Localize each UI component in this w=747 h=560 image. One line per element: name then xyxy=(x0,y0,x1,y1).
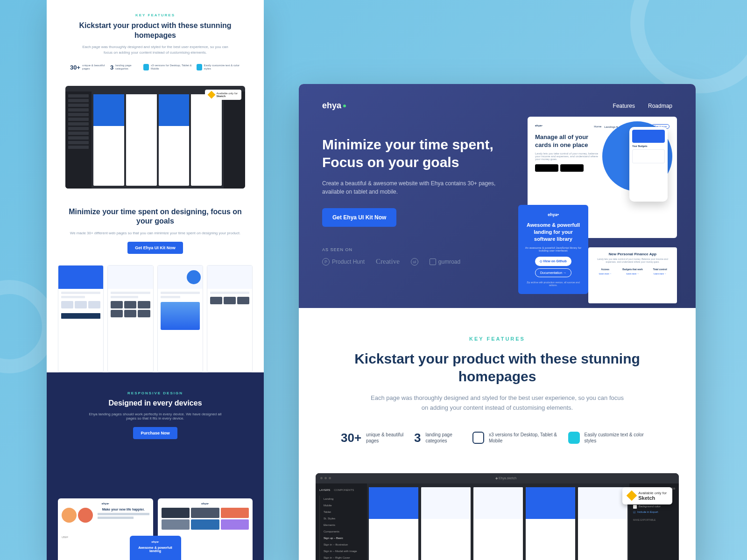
appstore-badge[interactable] xyxy=(535,164,558,172)
section-desc: Each page was thoroughly designed and st… xyxy=(366,393,628,413)
stat-number: 3 xyxy=(110,64,113,71)
responsive-section: RESPONSIVE DESIGN Designed in every devi… xyxy=(47,372,264,560)
hero-cta-button[interactable]: Get Ehya UI Kit Now xyxy=(322,208,396,227)
github-button[interactable]: ◇ View on Github xyxy=(535,257,571,266)
card-desc: Landy lets you take control of your mone… xyxy=(593,258,672,263)
logo-dot-icon xyxy=(343,105,346,107)
section-desc: Ehya landing pages should work perfectly… xyxy=(85,412,226,420)
hero-desc: Create a beautiful & awesome website wit… xyxy=(322,179,500,196)
docs-button[interactable]: Documentation → xyxy=(535,268,571,277)
eyebrow-label: KEY FEATURES xyxy=(65,13,245,17)
stat-label: landing page categories xyxy=(115,64,140,70)
eyebrow-label: RESPONSIVE DESIGN xyxy=(65,391,245,395)
section-title: Designed in every devices xyxy=(65,399,245,407)
producthunt-logo: PProduct Hunt xyxy=(322,258,365,266)
page-thumbnail[interactable] xyxy=(58,265,104,372)
logo-text: ehya xyxy=(322,101,341,111)
stat-label: x3 versions for Desktop, Tablet & Mobile xyxy=(489,432,568,444)
layer-item[interactable]: Sign in – Modal with image xyxy=(319,548,363,554)
mobile-popup: ehya• Awesome & powerfull landing xyxy=(130,536,181,560)
phone-mockup: Your Budgets xyxy=(629,127,668,202)
features-section: KEY FEATURES Kickstart your product with… xyxy=(47,0,264,79)
customize-icon xyxy=(197,64,202,70)
sketch-inspector xyxy=(224,91,245,189)
right-preview-panel: ehya Features Roadmap Minimize your time… xyxy=(299,84,696,560)
card-logo: ehya• xyxy=(524,212,583,217)
cta-desc: We made 30+ different web pages so that … xyxy=(65,231,245,235)
badge-text: Available only for xyxy=(638,491,667,495)
layer-item[interactable]: Elements xyxy=(319,522,363,528)
stat-label: unique & beautiful pages xyxy=(82,64,106,70)
layer-item[interactable]: Sign in – Illustration xyxy=(319,541,363,548)
ui8-logo: ui xyxy=(411,258,418,266)
section-title: Kickstart your product with these stunni… xyxy=(331,350,663,385)
popup-text: Awesome & powerfull landing xyxy=(134,546,176,553)
googleplay-badge[interactable] xyxy=(560,164,584,172)
eyebrow-label: KEY FEATURES xyxy=(331,336,663,342)
badge-bold: Sketch xyxy=(216,95,238,98)
nav-features[interactable]: Features xyxy=(613,103,635,109)
inspector-item[interactable]: Include in Export xyxy=(637,511,658,514)
bg-decoration xyxy=(630,0,747,93)
stats-row: 30+ unique & beautiful pages 3 landing p… xyxy=(65,64,245,71)
features-section: KEY FEATURES Kickstart your product with… xyxy=(299,308,696,459)
stat-label: Easily customize text & color styles xyxy=(204,64,240,70)
customize-icon xyxy=(568,432,580,444)
stat-label: unique & beautiful pages xyxy=(366,432,414,444)
device-thumbnails: ehya• Make your new life happier. UBER e… xyxy=(58,498,253,560)
sketch-canvas xyxy=(93,94,222,186)
stat-item: Easily customize text & color styles xyxy=(197,64,240,71)
stats-row: 30+ unique & beautiful pages 3 landing p… xyxy=(331,431,663,445)
page-thumbnail[interactable] xyxy=(157,265,203,372)
sketch-app-preview: ◆ Ehya.sketch LAYERS COMPONENTS Landing … xyxy=(316,473,679,560)
layer-item[interactable]: Mobile xyxy=(319,502,363,509)
card-footnote: Zip archive with production version, all… xyxy=(524,281,583,287)
stat-item: 30+ unique & beautiful pages xyxy=(341,431,414,445)
card-title: New Personal Finance App xyxy=(593,252,672,256)
stat-item: x3 versions for Desktop, Tablet & Mobile xyxy=(143,64,193,71)
nav-roadmap[interactable]: Roadmap xyxy=(648,103,672,109)
layers-tab[interactable]: LAYERS xyxy=(319,487,330,493)
sketch-toolbar: ◆ Ehya.sketch xyxy=(316,473,679,483)
sketch-layers-panel: LAYERS COMPONENTS Landing Mobile Tablet … xyxy=(316,483,367,560)
hero-title: Minimize your time spent, Focus on your … xyxy=(322,136,518,171)
section-title: Kickstart your product with these stunni… xyxy=(65,21,245,41)
layer-item[interactable]: Landing xyxy=(319,496,363,502)
cta-title: Minimize your time spent on designing, f… xyxy=(65,207,245,227)
sketch-canvas xyxy=(369,487,627,560)
left-preview-panel: KEY FEATURES Kickstart your product with… xyxy=(47,0,264,560)
section-desc: Each page was thoroughly designed and st… xyxy=(81,44,230,56)
layer-item[interactable]: Tablet xyxy=(319,509,363,515)
stat-item: x3 versions for Desktop, Tablet & Mobile xyxy=(472,431,568,445)
top-nav: ehya Features Roadmap xyxy=(322,101,672,111)
card-desc: An awesome & powefull JavaScript library… xyxy=(524,246,583,252)
stat-label: landing page categories xyxy=(425,432,472,444)
layer-item[interactable]: Sign in – Right Cover xyxy=(319,554,363,560)
stat-number: 30+ xyxy=(70,64,80,71)
get-kit-button[interactable]: Get Ehya UI Kit Now xyxy=(127,242,183,254)
mockup-features-card: New Personal Finance App Landy lets you … xyxy=(588,247,677,303)
logo[interactable]: ehya xyxy=(322,101,346,111)
layer-item[interactable]: St. Styles xyxy=(319,515,363,522)
mockup-title: Manage all of your cards in one place xyxy=(535,133,600,149)
page-thumbnail[interactable] xyxy=(107,265,153,372)
sketch-diamond-icon xyxy=(208,91,216,98)
stat-number: 3 xyxy=(414,431,421,445)
layer-item[interactable]: Sign up – Basic xyxy=(319,535,363,541)
page-thumbnail[interactable] xyxy=(207,265,253,372)
stat-item: 30+ unique & beautiful pages xyxy=(70,64,106,71)
creative-logo: Creative xyxy=(376,258,400,266)
stat-label: x3 versions for Desktop, Tablet & Mobile xyxy=(151,64,193,70)
layer-item[interactable]: Components xyxy=(319,528,363,535)
components-tab[interactable]: COMPONENTS xyxy=(334,487,354,493)
sketch-diamond-icon xyxy=(627,490,637,501)
mockup-desc: Landy lets you take control of your mone… xyxy=(535,152,600,161)
purchase-button[interactable]: Purchase Now xyxy=(133,427,177,439)
sketch-badge: Available only for Sketch xyxy=(205,90,241,100)
hero-section: ehya Features Roadmap Minimize your time… xyxy=(299,84,696,308)
badge-bold: Sketch xyxy=(638,495,667,501)
stat-item: 3 landing page categories xyxy=(414,431,472,445)
stat-number: 30+ xyxy=(341,431,361,445)
sketch-sidebar xyxy=(65,91,92,189)
gumroad-logo: gumroad xyxy=(430,259,460,265)
